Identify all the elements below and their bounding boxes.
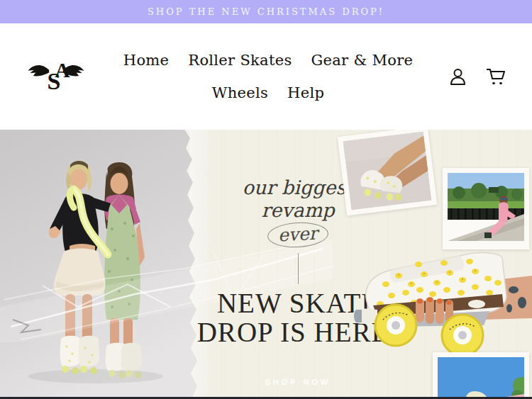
smiley-skate-photo <box>312 213 532 364</box>
nav-item-wheels[interactable]: Wheels <box>212 77 268 109</box>
nav-row-2: Wheels Help <box>212 77 324 109</box>
polaroid-skate-legs <box>338 130 438 215</box>
site-header: S A Home Roller Skates Gear & More Wheel… <box>0 23 532 130</box>
brand-logo[interactable]: S A <box>26 55 87 99</box>
nav-item-gear-and-more[interactable]: Gear & More <box>311 44 414 77</box>
logo-letter-a: A <box>55 59 70 82</box>
vertical-divider <box>298 253 299 284</box>
sky-skate-photo <box>438 357 524 399</box>
main-nav: Home Roller Skates Gear & More Wheels He… <box>87 44 450 109</box>
account-icon[interactable] <box>450 67 466 86</box>
hero-section: our biggest revamp ever NEW SKATE DROP I… <box>0 130 532 399</box>
announcement-text: SHOP THE NEW CHRISTMAS DROP! <box>148 6 384 17</box>
two-skaters-photo <box>0 130 202 399</box>
header-icons <box>450 67 506 86</box>
cart-icon[interactable] <box>485 67 506 86</box>
polaroid-sky-photo <box>433 352 529 399</box>
nav-item-roller-skates[interactable]: Roller Skates <box>188 44 292 77</box>
shop-now-button[interactable]: SHOP NOW <box>265 378 331 386</box>
skate-legs-photo <box>343 131 431 210</box>
announcement-bar[interactable]: SHOP THE NEW CHRISTMAS DROP! <box>0 0 532 23</box>
winged-sa-monogram-icon: S A <box>26 55 87 96</box>
nav-item-home[interactable]: Home <box>123 44 170 77</box>
nav-item-help[interactable]: Help <box>287 77 324 109</box>
nav-row-1: Home Roller Skates Gear & More <box>123 44 413 77</box>
